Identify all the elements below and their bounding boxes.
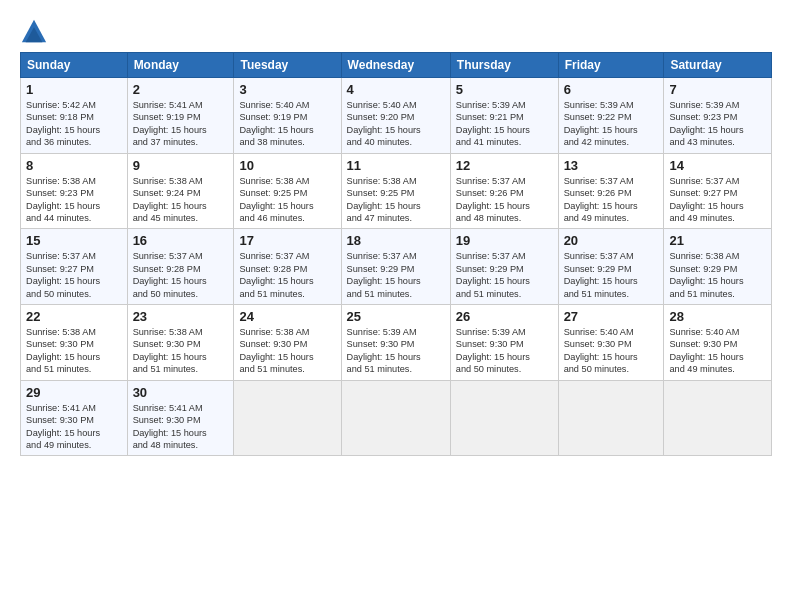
day-number: 15 [26, 233, 122, 248]
calendar-cell [664, 380, 772, 456]
day-number: 29 [26, 385, 122, 400]
calendar-cell: 25Sunrise: 5:39 AM Sunset: 9:30 PM Dayli… [341, 305, 450, 381]
day-info: Sunrise: 5:40 AM Sunset: 9:30 PM Dayligh… [669, 326, 766, 376]
day-number: 10 [239, 158, 335, 173]
calendar-cell: 14Sunrise: 5:37 AM Sunset: 9:27 PM Dayli… [664, 153, 772, 229]
header-row: SundayMondayTuesdayWednesdayThursdayFrid… [21, 53, 772, 78]
day-number: 17 [239, 233, 335, 248]
calendar-cell [450, 380, 558, 456]
day-number: 14 [669, 158, 766, 173]
day-info: Sunrise: 5:40 AM Sunset: 9:20 PM Dayligh… [347, 99, 445, 149]
day-info: Sunrise: 5:38 AM Sunset: 9:23 PM Dayligh… [26, 175, 122, 225]
day-number: 13 [564, 158, 659, 173]
calendar-week-5: 29Sunrise: 5:41 AM Sunset: 9:30 PM Dayli… [21, 380, 772, 456]
day-number: 16 [133, 233, 229, 248]
logo-icon [20, 18, 48, 46]
day-info: Sunrise: 5:38 AM Sunset: 9:25 PM Dayligh… [347, 175, 445, 225]
weekday-header-monday: Monday [127, 53, 234, 78]
calendar-cell: 17Sunrise: 5:37 AM Sunset: 9:28 PM Dayli… [234, 229, 341, 305]
day-info: Sunrise: 5:37 AM Sunset: 9:28 PM Dayligh… [133, 250, 229, 300]
weekday-header-wednesday: Wednesday [341, 53, 450, 78]
day-info: Sunrise: 5:39 AM Sunset: 9:22 PM Dayligh… [564, 99, 659, 149]
day-info: Sunrise: 5:37 AM Sunset: 9:29 PM Dayligh… [564, 250, 659, 300]
calendar-week-2: 8Sunrise: 5:38 AM Sunset: 9:23 PM Daylig… [21, 153, 772, 229]
day-info: Sunrise: 5:41 AM Sunset: 9:30 PM Dayligh… [26, 402, 122, 452]
weekday-header-sunday: Sunday [21, 53, 128, 78]
day-number: 27 [564, 309, 659, 324]
logo [20, 18, 54, 46]
day-info: Sunrise: 5:38 AM Sunset: 9:30 PM Dayligh… [239, 326, 335, 376]
day-number: 18 [347, 233, 445, 248]
day-info: Sunrise: 5:37 AM Sunset: 9:28 PM Dayligh… [239, 250, 335, 300]
calendar-cell: 23Sunrise: 5:38 AM Sunset: 9:30 PM Dayli… [127, 305, 234, 381]
day-info: Sunrise: 5:38 AM Sunset: 9:29 PM Dayligh… [669, 250, 766, 300]
calendar-week-1: 1Sunrise: 5:42 AM Sunset: 9:18 PM Daylig… [21, 78, 772, 154]
day-number: 3 [239, 82, 335, 97]
weekday-header-thursday: Thursday [450, 53, 558, 78]
page: SundayMondayTuesdayWednesdayThursdayFrid… [0, 0, 792, 612]
calendar-cell: 24Sunrise: 5:38 AM Sunset: 9:30 PM Dayli… [234, 305, 341, 381]
day-info: Sunrise: 5:38 AM Sunset: 9:24 PM Dayligh… [133, 175, 229, 225]
day-number: 24 [239, 309, 335, 324]
calendar-cell: 8Sunrise: 5:38 AM Sunset: 9:23 PM Daylig… [21, 153, 128, 229]
day-number: 21 [669, 233, 766, 248]
calendar-cell [341, 380, 450, 456]
day-number: 30 [133, 385, 229, 400]
day-info: Sunrise: 5:37 AM Sunset: 9:26 PM Dayligh… [456, 175, 553, 225]
calendar-cell: 2Sunrise: 5:41 AM Sunset: 9:19 PM Daylig… [127, 78, 234, 154]
header [20, 18, 772, 46]
calendar-cell: 9Sunrise: 5:38 AM Sunset: 9:24 PM Daylig… [127, 153, 234, 229]
calendar-header: SundayMondayTuesdayWednesdayThursdayFrid… [21, 53, 772, 78]
day-info: Sunrise: 5:40 AM Sunset: 9:19 PM Dayligh… [239, 99, 335, 149]
day-number: 26 [456, 309, 553, 324]
calendar-week-4: 22Sunrise: 5:38 AM Sunset: 9:30 PM Dayli… [21, 305, 772, 381]
day-info: Sunrise: 5:38 AM Sunset: 9:25 PM Dayligh… [239, 175, 335, 225]
calendar-cell: 30Sunrise: 5:41 AM Sunset: 9:30 PM Dayli… [127, 380, 234, 456]
calendar-cell [558, 380, 664, 456]
day-info: Sunrise: 5:41 AM Sunset: 9:19 PM Dayligh… [133, 99, 229, 149]
calendar-cell: 21Sunrise: 5:38 AM Sunset: 9:29 PM Dayli… [664, 229, 772, 305]
calendar-cell: 13Sunrise: 5:37 AM Sunset: 9:26 PM Dayli… [558, 153, 664, 229]
calendar-cell: 19Sunrise: 5:37 AM Sunset: 9:29 PM Dayli… [450, 229, 558, 305]
day-info: Sunrise: 5:39 AM Sunset: 9:30 PM Dayligh… [347, 326, 445, 376]
calendar-cell: 28Sunrise: 5:40 AM Sunset: 9:30 PM Dayli… [664, 305, 772, 381]
calendar-cell: 16Sunrise: 5:37 AM Sunset: 9:28 PM Dayli… [127, 229, 234, 305]
day-number: 2 [133, 82, 229, 97]
calendar-cell: 15Sunrise: 5:37 AM Sunset: 9:27 PM Dayli… [21, 229, 128, 305]
calendar-cell: 1Sunrise: 5:42 AM Sunset: 9:18 PM Daylig… [21, 78, 128, 154]
calendar-cell: 6Sunrise: 5:39 AM Sunset: 9:22 PM Daylig… [558, 78, 664, 154]
calendar-cell: 5Sunrise: 5:39 AM Sunset: 9:21 PM Daylig… [450, 78, 558, 154]
calendar-cell: 22Sunrise: 5:38 AM Sunset: 9:30 PM Dayli… [21, 305, 128, 381]
day-info: Sunrise: 5:37 AM Sunset: 9:29 PM Dayligh… [456, 250, 553, 300]
day-number: 12 [456, 158, 553, 173]
calendar-cell: 18Sunrise: 5:37 AM Sunset: 9:29 PM Dayli… [341, 229, 450, 305]
day-number: 9 [133, 158, 229, 173]
day-number: 23 [133, 309, 229, 324]
day-number: 1 [26, 82, 122, 97]
day-info: Sunrise: 5:40 AM Sunset: 9:30 PM Dayligh… [564, 326, 659, 376]
calendar-cell: 27Sunrise: 5:40 AM Sunset: 9:30 PM Dayli… [558, 305, 664, 381]
weekday-header-tuesday: Tuesday [234, 53, 341, 78]
calendar-cell: 3Sunrise: 5:40 AM Sunset: 9:19 PM Daylig… [234, 78, 341, 154]
day-info: Sunrise: 5:38 AM Sunset: 9:30 PM Dayligh… [26, 326, 122, 376]
day-info: Sunrise: 5:39 AM Sunset: 9:21 PM Dayligh… [456, 99, 553, 149]
calendar-cell: 26Sunrise: 5:39 AM Sunset: 9:30 PM Dayli… [450, 305, 558, 381]
calendar-cell: 4Sunrise: 5:40 AM Sunset: 9:20 PM Daylig… [341, 78, 450, 154]
weekday-header-saturday: Saturday [664, 53, 772, 78]
calendar-cell: 29Sunrise: 5:41 AM Sunset: 9:30 PM Dayli… [21, 380, 128, 456]
calendar-cell: 20Sunrise: 5:37 AM Sunset: 9:29 PM Dayli… [558, 229, 664, 305]
day-number: 22 [26, 309, 122, 324]
day-number: 4 [347, 82, 445, 97]
calendar-body: 1Sunrise: 5:42 AM Sunset: 9:18 PM Daylig… [21, 78, 772, 456]
calendar-cell: 10Sunrise: 5:38 AM Sunset: 9:25 PM Dayli… [234, 153, 341, 229]
calendar-cell: 7Sunrise: 5:39 AM Sunset: 9:23 PM Daylig… [664, 78, 772, 154]
day-number: 8 [26, 158, 122, 173]
calendar-cell [234, 380, 341, 456]
day-number: 7 [669, 82, 766, 97]
day-number: 11 [347, 158, 445, 173]
day-number: 25 [347, 309, 445, 324]
day-info: Sunrise: 5:38 AM Sunset: 9:30 PM Dayligh… [133, 326, 229, 376]
calendar-week-3: 15Sunrise: 5:37 AM Sunset: 9:27 PM Dayli… [21, 229, 772, 305]
day-info: Sunrise: 5:37 AM Sunset: 9:27 PM Dayligh… [26, 250, 122, 300]
calendar-table: SundayMondayTuesdayWednesdayThursdayFrid… [20, 52, 772, 456]
